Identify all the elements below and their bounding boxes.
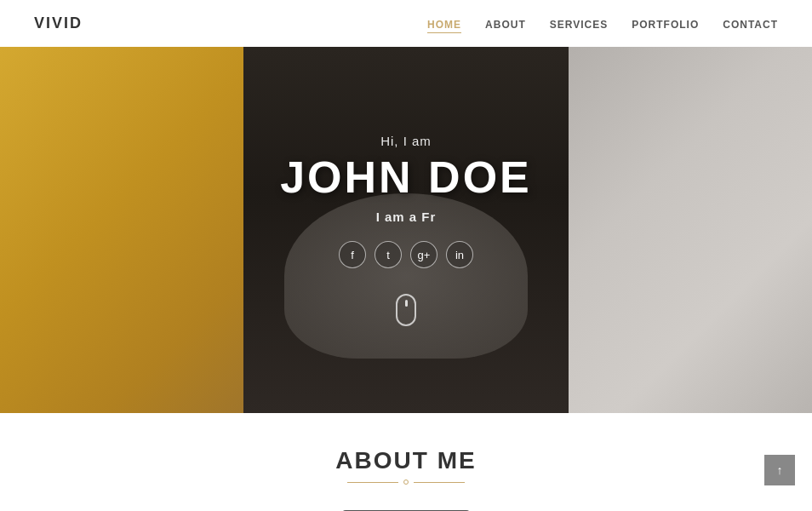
nav-item-about[interactable]: ABOUT — [485, 16, 526, 32]
nav-item-contact[interactable]: CONTACT — [723, 16, 778, 32]
section-divider — [34, 479, 778, 485]
hero-social-links: f t g+ in — [339, 241, 473, 268]
about-section: ABOUT ME John Doe My Professional Skills — [0, 413, 812, 511]
about-title: ABOUT ME — [34, 447, 778, 474]
google-plus-icon[interactable]: g+ — [410, 241, 437, 268]
scroll-mouse-indicator — [396, 294, 416, 326]
hero-name: JOHN DOE — [280, 152, 532, 203]
site-logo[interactable]: VIVID — [34, 14, 83, 32]
section-title: ABOUT ME — [34, 447, 778, 474]
nav-item-portfolio[interactable]: PORTFOLIO — [632, 16, 699, 32]
twitter-icon[interactable]: t — [375, 241, 402, 268]
divider-line-left — [347, 482, 398, 483]
arrow-up-icon: ↑ — [777, 463, 783, 477]
nav-item-services[interactable]: SERVICES — [550, 16, 608, 32]
linkedin-icon[interactable]: in — [446, 241, 473, 268]
hero-role: I am a Fr — [376, 210, 437, 224]
hero-greeting: Hi, I am — [380, 134, 432, 148]
scroll-dot — [405, 300, 408, 307]
nav-links: HOME ABOUT SERVICES PORTFOLIO CONTACT — [427, 16, 778, 32]
scroll-to-top-button[interactable]: ↑ — [764, 455, 795, 485]
divider-dot — [403, 479, 409, 485]
nav-item-home[interactable]: HOME — [427, 16, 461, 32]
hero-content: Hi, I am JOHN DOE I am a Fr f t g+ in — [0, 47, 812, 413]
hero-section: Hi, I am JOHN DOE I am a Fr f t g+ in — [0, 47, 812, 413]
navigation: VIVID HOME ABOUT SERVICES PORTFOLIO CONT… — [0, 0, 812, 47]
facebook-icon[interactable]: f — [339, 241, 366, 268]
divider-line-right — [414, 482, 465, 483]
